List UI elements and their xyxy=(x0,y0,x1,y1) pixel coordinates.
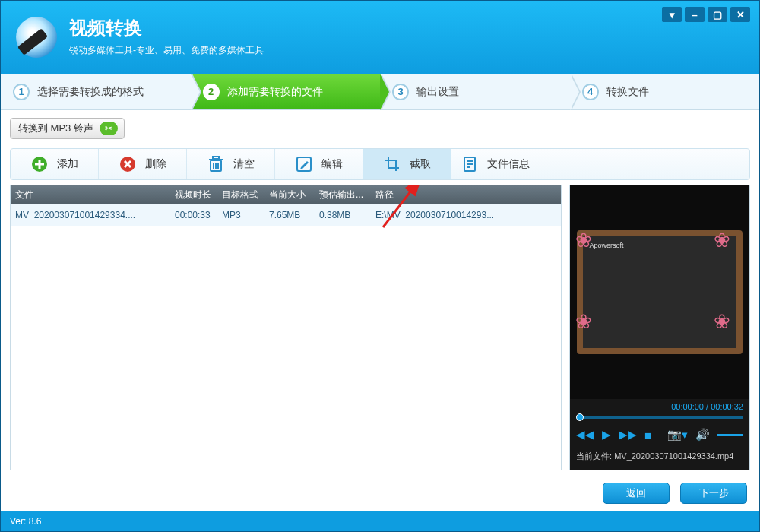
time-total: 00:00:32 xyxy=(711,402,743,411)
col-size[interactable]: 当前大小 xyxy=(264,188,315,201)
step-output-settings[interactable]: 3 输出设置 xyxy=(380,74,570,109)
volume-icon[interactable]: 🔊 xyxy=(695,428,710,442)
action-toolbar: 添加 删除 清空 编辑 截取 文件信息 xyxy=(10,148,750,180)
svg-rect-3 xyxy=(213,157,219,159)
clear-label: 清空 xyxy=(233,157,255,171)
col-format[interactable]: 目标格式 xyxy=(217,188,264,201)
current-file-name: MV_202003071001429334.mp4 xyxy=(614,451,733,461)
clear-button[interactable]: 清空 xyxy=(187,149,275,179)
cell-path: E:\MV_2020030710014293... xyxy=(371,210,561,220)
rewind-icon[interactable]: ◀◀ xyxy=(576,428,594,442)
maximize-button[interactable]: ▢ xyxy=(708,7,727,22)
progress-slider[interactable] xyxy=(576,413,743,422)
player-controls: ◀◀ ▶ ▶▶ ■ 📷▾ 🔊 xyxy=(570,426,749,446)
table-header: 文件 视频时长 目标格式 当前大小 预估输出... 路径 xyxy=(11,185,561,204)
step-label: 输出设置 xyxy=(416,85,459,99)
app-window: 视频转换 锐动多媒体工具-专业、易用、免费的多媒体工具 ▾ – ▢ ✕ 1 选择… xyxy=(0,0,760,532)
preview-panel: Apowersoft 00:00:00 / 00:00:32 ◀◀ ▶ ▶▶ ■… xyxy=(569,185,750,470)
title-text: 视频转换 锐动多媒体工具-专业、易用、免费的多媒体工具 xyxy=(69,17,264,57)
step-number: 3 xyxy=(392,84,409,100)
step-number: 2 xyxy=(203,84,220,100)
cell-format: MP3 xyxy=(217,210,264,220)
cut-button[interactable]: 截取 xyxy=(363,149,451,179)
next-button[interactable]: 下一步 xyxy=(680,483,747,504)
step-number: 4 xyxy=(582,84,599,100)
add-button[interactable]: 添加 xyxy=(11,149,99,179)
delete-label: 删除 xyxy=(145,157,166,171)
video-frame: Apowersoft xyxy=(577,230,742,354)
app-title: 视频转换 xyxy=(69,17,264,40)
version-label: Ver: 8.6 xyxy=(10,516,41,527)
step-add-files[interactable]: 2 添加需要转换的文件 xyxy=(191,74,381,109)
volume-slider[interactable] xyxy=(717,434,743,436)
tools-icon: ✂ xyxy=(100,122,118,135)
delete-icon xyxy=(119,156,136,173)
col-estimate[interactable]: 预估输出... xyxy=(315,188,371,201)
app-subtitle: 锐动多媒体工具-专业、易用、免费的多媒体工具 xyxy=(69,44,264,57)
table-row[interactable]: MV_202003071001429334.... 00:00:33 MP3 7… xyxy=(11,204,561,226)
cell-size: 7.65MB xyxy=(264,210,315,220)
crop-icon xyxy=(384,156,401,173)
edit-button[interactable]: 编辑 xyxy=(275,149,363,179)
delete-button[interactable]: 删除 xyxy=(99,149,187,179)
col-file[interactable]: 文件 xyxy=(11,188,170,201)
step-bar: 1 选择需要转换成的格式 2 添加需要转换的文件 3 输出设置 4 转换文件 xyxy=(1,74,759,110)
forward-icon[interactable]: ▶▶ xyxy=(619,428,637,442)
document-icon xyxy=(461,156,478,173)
toolbar-area: 转换到 MP3 铃声 ✂ xyxy=(1,110,759,144)
cut-label: 截取 xyxy=(410,157,431,171)
trash-icon xyxy=(207,156,224,173)
time-display: 00:00:00 / 00:00:32 xyxy=(570,399,749,413)
step-label: 添加需要转换的文件 xyxy=(227,85,323,99)
current-file-display: 当前文件: MV_202003071001429334.mp4 xyxy=(570,446,749,470)
file-table: 文件 视频时长 目标格式 当前大小 预估输出... 路径 MV_20200307… xyxy=(10,185,562,470)
cell-file: MV_202003071001429334.... xyxy=(11,210,170,220)
step-select-format[interactable]: 1 选择需要转换成的格式 xyxy=(1,74,191,109)
cell-duration: 00:00:33 xyxy=(170,210,217,220)
content-area: 文件 视频时长 目标格式 当前大小 预估输出... 路径 MV_20200307… xyxy=(1,180,759,478)
add-icon xyxy=(31,156,48,173)
snapshot-icon[interactable]: 📷▾ xyxy=(667,428,688,442)
cell-estimate: 0.38MB xyxy=(315,210,371,220)
fileinfo-label: 文件信息 xyxy=(487,157,530,171)
edit-label: 编辑 xyxy=(321,157,343,171)
app-logo-icon xyxy=(14,15,59,59)
video-preview[interactable]: Apowersoft xyxy=(570,185,749,399)
window-menu-button[interactable]: ▾ xyxy=(662,7,682,22)
close-button[interactable]: ✕ xyxy=(730,7,750,22)
col-path[interactable]: 路径 xyxy=(371,188,561,201)
window-controls: ▾ – ▢ ✕ xyxy=(662,7,750,22)
back-button[interactable]: 返回 xyxy=(603,483,670,504)
version-bar: Ver: 8.6 xyxy=(1,511,759,531)
stop-icon[interactable]: ■ xyxy=(644,429,651,442)
current-file-label: 当前文件: xyxy=(576,451,612,461)
step-number: 1 xyxy=(13,84,30,100)
fileinfo-button[interactable]: 文件信息 xyxy=(451,149,540,179)
step-label: 转换文件 xyxy=(606,85,649,99)
add-label: 添加 xyxy=(57,157,78,171)
target-format-label: 转换到 MP3 铃声 xyxy=(18,122,93,135)
edit-icon xyxy=(296,156,312,173)
footer-buttons: 返回 下一步 xyxy=(1,478,759,511)
minimize-button[interactable]: – xyxy=(685,7,705,22)
table-body: MV_202003071001429334.... 00:00:33 MP3 7… xyxy=(11,204,561,470)
step-convert[interactable]: 4 转换文件 xyxy=(570,74,760,109)
target-format-pill[interactable]: 转换到 MP3 铃声 ✂ xyxy=(10,118,125,139)
play-icon[interactable]: ▶ xyxy=(602,428,611,442)
step-label: 选择需要转换成的格式 xyxy=(37,85,144,99)
title-bar: 视频转换 锐动多媒体工具-专业、易用、免费的多媒体工具 ▾ – ▢ ✕ xyxy=(1,1,759,74)
col-duration[interactable]: 视频时长 xyxy=(170,188,217,201)
time-current: 00:00:00 xyxy=(671,402,704,411)
